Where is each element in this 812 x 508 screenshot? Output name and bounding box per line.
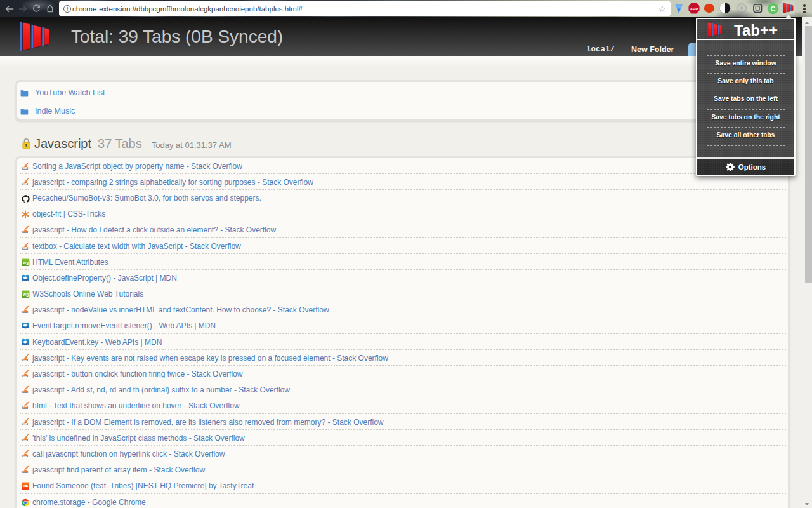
svg-text:3: 3	[26, 292, 29, 298]
svg-text:ABP: ABP	[690, 7, 698, 11]
svg-text:3: 3	[26, 260, 29, 266]
svg-text:C: C	[771, 5, 776, 13]
